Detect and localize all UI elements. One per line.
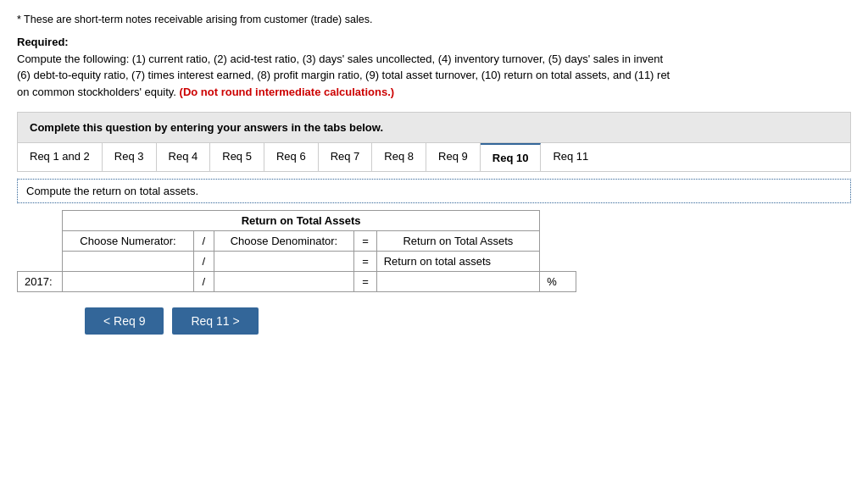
required-label: Required: xyxy=(17,36,69,48)
instruction-box: Complete this question by entering your … xyxy=(17,112,851,143)
choose-denominator-label: Choose Denominator: xyxy=(214,231,354,252)
year-slash-cell: / xyxy=(194,272,214,292)
choose-numerator-label: Choose Numerator: xyxy=(62,231,193,252)
required-text1: Compute the following: (1) current ratio… xyxy=(17,51,851,68)
subheader-row: Choose Numerator: / Choose Denominator: … xyxy=(18,231,576,252)
tab-req9[interactable]: Req 9 xyxy=(426,143,481,171)
main-content: Compute the return on total assets. Retu… xyxy=(17,179,851,335)
tab-req4[interactable]: Req 4 xyxy=(157,143,211,171)
year-denominator-input[interactable] xyxy=(221,275,348,288)
tabs-container: Req 1 and 2 Req 3 Req 4 Req 5 Req 6 Req … xyxy=(17,143,851,172)
tab-req7[interactable]: Req 7 xyxy=(319,143,373,171)
denominator-input[interactable] xyxy=(221,255,348,268)
year-denominator-input-cell[interactable] xyxy=(214,272,354,292)
header-row: Return on Total Assets xyxy=(18,211,576,231)
year-label-cell: 2017: xyxy=(18,272,63,292)
numerator-input[interactable] xyxy=(70,255,186,268)
equals-cell: = xyxy=(354,252,376,272)
dotted-instruction: Compute the return on total assets. xyxy=(17,179,851,203)
result-sub-label-cell: Return on total assets xyxy=(376,252,540,272)
year-numerator-input[interactable] xyxy=(70,275,186,288)
year-equals-cell: = xyxy=(354,272,376,292)
required-section: Required: Compute the following: (1) cur… xyxy=(17,34,851,100)
tab-req3[interactable]: Req 3 xyxy=(103,143,157,171)
highlight-text: (Do not round intermediate calculations.… xyxy=(180,86,395,98)
year-row: 2017: / = % xyxy=(18,272,576,292)
year-result-cell[interactable] xyxy=(376,272,540,292)
tab-req11[interactable]: Req 11 xyxy=(541,143,600,171)
numerator-input-cell[interactable] xyxy=(62,252,193,272)
tab-req10[interactable]: Req 10 xyxy=(481,143,542,171)
slash-label: / xyxy=(194,231,214,252)
return-on-assets-table: Return on Total Assets Choose Numerator:… xyxy=(17,210,576,292)
year-result-input[interactable] xyxy=(384,275,533,288)
slash-cell: / xyxy=(194,252,214,272)
denominator-input-cell[interactable] xyxy=(214,252,354,272)
return-table-wrapper: Return on Total Assets Choose Numerator:… xyxy=(17,210,576,292)
req11-button[interactable]: Req 11 > xyxy=(172,307,258,335)
req9-button[interactable]: < Req 9 xyxy=(85,307,164,335)
tab-req8[interactable]: Req 8 xyxy=(372,143,426,171)
year-numerator-input-cell[interactable] xyxy=(62,272,193,292)
result-label: Return on Total Assets xyxy=(376,231,540,252)
tab-req1and2[interactable]: Req 1 and 2 xyxy=(18,143,103,171)
formula-row: / = Return on total assets xyxy=(18,252,576,272)
footnote-text: * These are short-term notes receivable … xyxy=(17,14,851,25)
tab-req5[interactable]: Req 5 xyxy=(210,143,264,171)
pct-cell: % xyxy=(540,272,576,292)
nav-buttons: < Req 9 Req 11 > xyxy=(85,307,851,335)
tab-req6[interactable]: Req 6 xyxy=(264,143,319,171)
equals-label: = xyxy=(354,231,376,252)
required-text2: (6) debt-to-equity ratio, (7) times inte… xyxy=(17,67,851,84)
required-text3: on common stockholders' equity. (Do not … xyxy=(17,84,851,101)
table-title: Return on Total Assets xyxy=(62,211,539,231)
